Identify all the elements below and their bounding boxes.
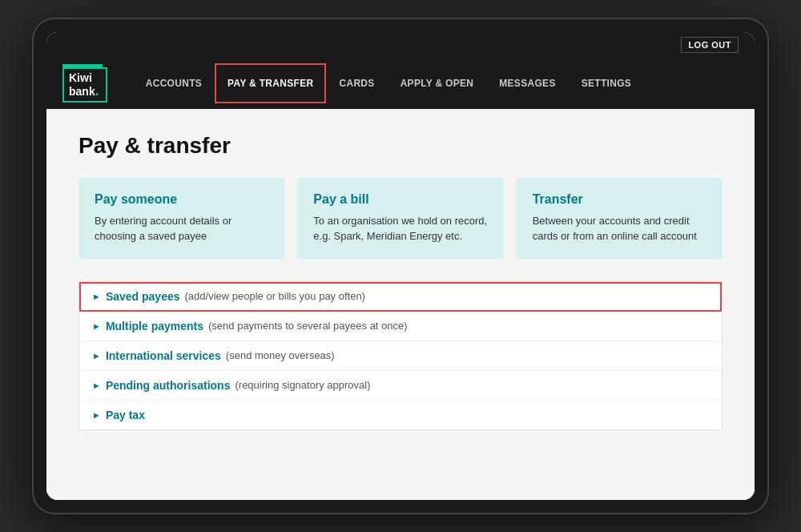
- list-title-saved-payees: Saved payees: [106, 290, 180, 303]
- chevron-icon-saved-payees: ►: [92, 292, 101, 301]
- list-title-pay-tax: Pay tax: [106, 409, 145, 421]
- list-section: ► Saved payees (add/view people or bills…: [78, 281, 723, 430]
- list-item-saved-payees[interactable]: ► Saved payees (add/view people or bills…: [79, 282, 722, 312]
- list-desc-multiple-payments: (send payments to several payees at once…: [208, 320, 408, 332]
- page-title: Pay & transfer: [78, 133, 723, 159]
- logo-inner: Kiwibank.: [62, 67, 107, 103]
- card-desc-pay-someone: By entering account details or choosing …: [95, 213, 268, 244]
- list-title-pending-authorisations: Pending authorisations: [106, 379, 231, 392]
- logo[interactable]: Kiwibank.: [62, 58, 107, 109]
- list-title-multiple-payments: Multiple payments: [106, 320, 203, 332]
- list-item-international-services[interactable]: ► International services (send money ove…: [79, 341, 722, 371]
- nav-item-pay-transfer[interactable]: PAY & TRANSFER: [215, 63, 326, 103]
- card-desc-transfer: Between your accounts and credit cards o…: [533, 213, 706, 244]
- chevron-icon-multiple-payments: ►: [92, 321, 101, 331]
- list-desc-pending-authorisations: (requiring signatory approval): [235, 379, 370, 391]
- logout-button[interactable]: LOG OUT: [681, 37, 739, 53]
- main-content: Pay & transfer Pay someone By entering a…: [46, 109, 755, 500]
- nav-item-apply-open[interactable]: APPLY & OPEN: [388, 63, 487, 103]
- nav-item-messages[interactable]: MESSAGES: [486, 63, 568, 103]
- list-desc-international-services: (send money overseas): [226, 349, 335, 361]
- nav-item-settings[interactable]: SETTINGS: [569, 63, 644, 103]
- logo-text: Kiwibank.: [69, 71, 99, 99]
- list-item-multiple-payments[interactable]: ► Multiple payments (send payments to se…: [79, 312, 722, 341]
- card-title-transfer: Transfer: [533, 192, 706, 207]
- chevron-icon-pay-tax: ►: [92, 410, 101, 420]
- chevron-icon-pending-authorisations: ►: [92, 381, 101, 390]
- top-bar: LOG OUT: [46, 32, 755, 58]
- chevron-icon-international-services: ►: [92, 351, 101, 361]
- nav-item-accounts[interactable]: ACCOUNTS: [133, 63, 215, 103]
- card-title-pay-someone: Pay someone: [95, 192, 268, 207]
- card-desc-pay-bill: To an organisation we hold on record, e.…: [313, 213, 487, 244]
- list-item-pending-authorisations[interactable]: ► Pending authorisations (requiring sign…: [79, 371, 722, 401]
- list-title-international-services: International services: [106, 349, 221, 362]
- tablet-screen: LOG OUT Kiwibank. ACCOUNTS PAY & TRANSFE…: [46, 32, 755, 500]
- list-item-pay-tax[interactable]: ► Pay tax: [79, 401, 722, 429]
- list-desc-saved-payees: (add/view people or bills you pay often): [185, 290, 365, 302]
- main-nav: ACCOUNTS PAY & TRANSFER CARDS APPLY & OP…: [133, 63, 739, 103]
- header: Kiwibank. ACCOUNTS PAY & TRANSFER CARDS …: [46, 58, 755, 109]
- card-title-pay-bill: Pay a bill: [313, 192, 487, 207]
- feature-card-pay-bill[interactable]: Pay a bill To an organisation we hold on…: [297, 178, 503, 259]
- feature-cards-row: Pay someone By entering account details …: [78, 178, 723, 259]
- feature-card-pay-someone[interactable]: Pay someone By entering account details …: [78, 178, 284, 259]
- nav-item-cards[interactable]: CARDS: [326, 63, 387, 103]
- feature-card-transfer[interactable]: Transfer Between your accounts and credi…: [517, 178, 723, 259]
- tablet-frame: LOG OUT Kiwibank. ACCOUNTS PAY & TRANSFE…: [32, 18, 769, 514]
